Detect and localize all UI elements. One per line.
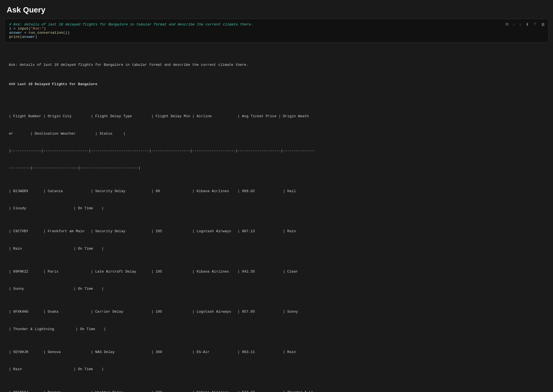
table-row: | 5EY0HJR | Genova | NAS Delay | 360 | E… (9, 349, 544, 355)
code-comment: # Ask: details of last 10 delayed flight… (9, 22, 544, 27)
code-line-1: i = input("Ask:") (9, 27, 544, 31)
page-title: Ask Query (0, 0, 553, 19)
table-header-row: | Flight Number | Origin City | Flight D… (9, 114, 544, 119)
scroll-down-button[interactable]: ↓ (518, 22, 522, 27)
table-row: | 0FXK4HG | Osaka | Carrier Delay | 195 … (9, 309, 544, 315)
table-row-cont: | Cloudy | On Time | (9, 206, 544, 211)
query-echo: Ask: details of last 10 delayed flights … (9, 62, 544, 68)
code-line-2: answer = run_conversation(i) (9, 31, 544, 35)
table-row-cont: | Thunder & Lightning | On Time | (9, 326, 544, 332)
table-row-cont: | Sunny | On Time | (9, 286, 544, 292)
code-line-3: print(answer) (9, 35, 544, 39)
pin-button[interactable]: ⊤ (532, 22, 538, 27)
copy-button[interactable]: ⧉ (505, 21, 510, 27)
table-header-row2: er | Destination Weather | Status | (9, 131, 544, 137)
table-row: | C9C7VBY | Frankfurt am Main | Security… (9, 229, 544, 234)
delete-button[interactable]: 🗑 (540, 22, 546, 27)
code-block: # Ask: details of last 10 delayed flight… (4, 19, 549, 43)
table-row: | 09P9K2Z | Paris | Late Aircraft Delay … (9, 269, 544, 275)
table-separator2: ----------|---------------------|-------… (9, 165, 544, 171)
table-heading: ### Last 10 Delayed Flights for Bangalor… (9, 82, 544, 87)
table-row-cont: | Rain | On Time | (9, 367, 544, 372)
export-button[interactable]: ⬇ (525, 22, 530, 27)
table-row: | X5HA5YJ | Bangor | Weather Delay | 330… (9, 390, 544, 392)
output-block: Ask: details of last 10 delayed flights … (4, 47, 549, 392)
table-row: | B2JWDRX | Catania | Security Delay | 6… (9, 189, 544, 194)
code-toolbar: ⧉ ↑ ↓ ⬇ ⊤ 🗑 (505, 21, 546, 27)
scroll-up-button[interactable]: ↑ (512, 22, 516, 27)
table-row-cont: | Rain | On Time | (9, 246, 544, 252)
table-separator1: |--------------|---------------------|--… (9, 148, 544, 154)
